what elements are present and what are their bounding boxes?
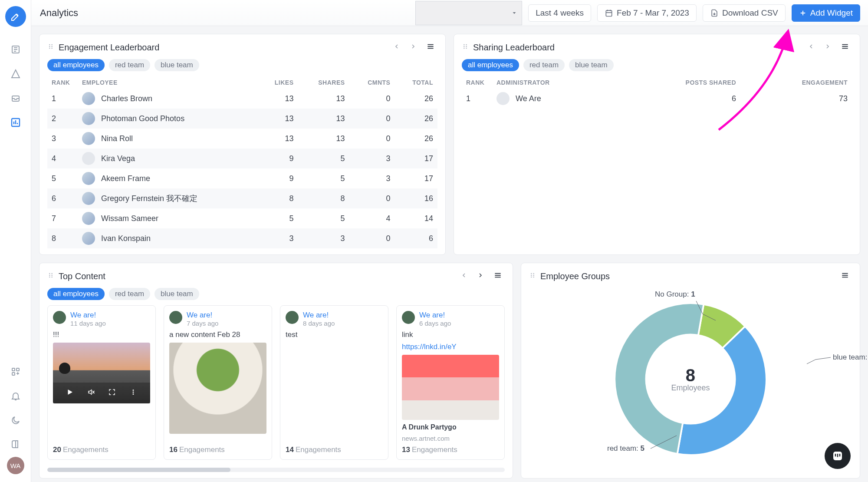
chevron-right-icon: [410, 43, 417, 50]
table-row[interactable]: 7 Wissam Sameer 5 5 4 14: [47, 208, 437, 228]
chip-all[interactable]: all employees: [47, 59, 105, 71]
content-media: [402, 355, 499, 420]
card-menu[interactable]: [424, 40, 437, 55]
content-card[interactable]: We are! 6 days ago link https://lnkd.in/…: [396, 305, 505, 460]
grip-icon[interactable]: [462, 43, 469, 52]
prev-button[interactable]: [805, 41, 817, 54]
card-menu[interactable]: [838, 269, 852, 284]
card-menu[interactable]: [491, 269, 505, 284]
content-author: We are!: [419, 311, 451, 320]
grip-icon[interactable]: [47, 43, 54, 52]
range-preset-label: Last 4 weeks: [536, 8, 584, 18]
cell-employee: Wissam Sameer: [78, 208, 258, 228]
col-rank: RANK: [462, 76, 492, 89]
sidebar-item-dark-mode[interactable]: [6, 411, 25, 430]
table-row[interactable]: 8 Ivan Konspain 3 3 0 6: [47, 228, 437, 248]
cell-rank: 2: [47, 109, 78, 129]
page-title: Analytics: [40, 7, 78, 19]
cell-rank: 1: [462, 89, 492, 109]
content-body: test: [286, 330, 383, 339]
fullscreen-icon[interactable]: [108, 388, 116, 398]
table-row[interactable]: 2 Photoman Good Photos 13 13 0 26: [47, 109, 437, 129]
card-menu[interactable]: [838, 40, 852, 55]
content-card[interactable]: We are! 7 days ago a new content Feb 28 …: [164, 305, 272, 460]
calendar-icon: [605, 9, 613, 17]
table-row[interactable]: 3 Nina Roll 13 13 0 26: [47, 129, 437, 149]
sidebar-item-library[interactable]: [6, 435, 25, 454]
content-author: We are!: [303, 311, 335, 320]
cell-likes: 13: [258, 129, 298, 149]
svg-rect-4: [16, 368, 19, 371]
chip-blue[interactable]: blue team: [569, 59, 614, 71]
cell-shares: 5: [298, 149, 349, 168]
date-range-picker[interactable]: Feb 7 - Mar 7, 2023: [597, 4, 697, 22]
cell-rank: 5: [47, 168, 78, 188]
prev-button[interactable]: [391, 41, 403, 54]
avatar: [82, 132, 95, 145]
svg-rect-3: [12, 368, 15, 371]
grip-icon[interactable]: [47, 272, 54, 281]
svg-rect-5: [12, 373, 15, 375]
col-employee: EMPLOYEE: [78, 76, 258, 89]
svg-point-29: [533, 273, 534, 274]
employee-name: Photoman Good Photos: [101, 114, 184, 123]
table-row[interactable]: 5 Akeem Frame 9 5 3 17: [47, 168, 437, 188]
employee-name: Kira Vega: [101, 154, 135, 163]
table-row[interactable]: 6 Gregory Fernstein 我不確定 8 8 0 16: [47, 188, 437, 208]
table-row[interactable]: 1 Charles Brown 13 13 0 26: [47, 89, 437, 109]
donut-chart: 8 Employees No Group: 1 blue team: 4 red…: [529, 288, 852, 470]
svg-point-25: [132, 390, 134, 391]
sharing-table: RANK ADMINISTRATOR POSTS SHARED ENGAGEME…: [462, 76, 852, 109]
chip-blue[interactable]: blue team: [155, 59, 199, 71]
chevron-left-icon: [460, 272, 467, 279]
grip-icon[interactable]: [529, 272, 536, 281]
chip-red[interactable]: red team: [523, 59, 565, 71]
add-widget-button[interactable]: Add Widget: [792, 4, 860, 22]
user-avatar[interactable]: WA: [7, 457, 24, 474]
content-card[interactable]: We are! 11 days ago !!! 20Engagements: [47, 305, 156, 460]
cell-likes: 5: [258, 208, 298, 228]
next-button[interactable]: [407, 41, 419, 54]
sidebar-item-analytics[interactable]: [6, 113, 25, 132]
chip-red[interactable]: red team: [109, 288, 150, 300]
sidebar-item-notifications[interactable]: [6, 386, 25, 406]
sidebar-item-feed[interactable]: [6, 40, 25, 59]
range-preset[interactable]: Last 4 weeks: [528, 4, 591, 22]
compose-button[interactable]: [5, 6, 26, 27]
sidebar-item-apps[interactable]: [6, 362, 25, 381]
download-icon: [710, 9, 719, 17]
svg-point-11: [49, 48, 50, 49]
cell-employee: Gregory Fernstein 我不確定: [78, 188, 258, 208]
table-row[interactable]: 4 Kira Vega 9 5 3 17: [47, 149, 437, 168]
view-dropdown[interactable]: [415, 1, 522, 25]
svg-point-20: [51, 273, 53, 274]
table-row[interactable]: 1 We Are 6 73: [462, 89, 852, 109]
mute-icon[interactable]: [87, 388, 95, 398]
prev-button[interactable]: [458, 270, 470, 283]
horizontal-scrollbar[interactable]: [47, 468, 505, 472]
sidebar-item-inbox[interactable]: [6, 89, 25, 108]
download-csv-button[interactable]: Download CSV: [703, 4, 786, 22]
more-icon[interactable]: [129, 388, 137, 398]
next-button[interactable]: [474, 270, 487, 283]
play-icon[interactable]: [66, 388, 74, 398]
intercom-launcher[interactable]: [825, 443, 851, 469]
sidebar-item-publish[interactable]: [6, 64, 25, 83]
content-card[interactable]: We are! 8 days ago test 14Engagements: [280, 305, 388, 460]
chip-all[interactable]: all employees: [47, 288, 105, 300]
employee-name: Gregory Fernstein 我不確定: [101, 193, 197, 204]
cell-employee: Nina Roll: [78, 129, 258, 149]
content-body: !!!: [53, 330, 150, 339]
svg-point-30: [531, 275, 532, 276]
chip-red[interactable]: red team: [109, 59, 150, 71]
cell-rank: 1: [47, 89, 78, 109]
analytics-icon: [10, 117, 21, 128]
sharing-leaderboard-card: Sharing Leaderboard all employ: [454, 34, 860, 255]
donut-label-no-group: No Group: 1: [655, 290, 695, 299]
next-button[interactable]: [822, 41, 834, 54]
cell-shares: 5: [298, 208, 349, 228]
cell-likes: 13: [258, 89, 298, 109]
chip-all[interactable]: all employees: [462, 59, 519, 71]
chip-blue[interactable]: blue team: [155, 288, 199, 300]
content-link[interactable]: https://lnkd.in/eY: [402, 343, 499, 351]
